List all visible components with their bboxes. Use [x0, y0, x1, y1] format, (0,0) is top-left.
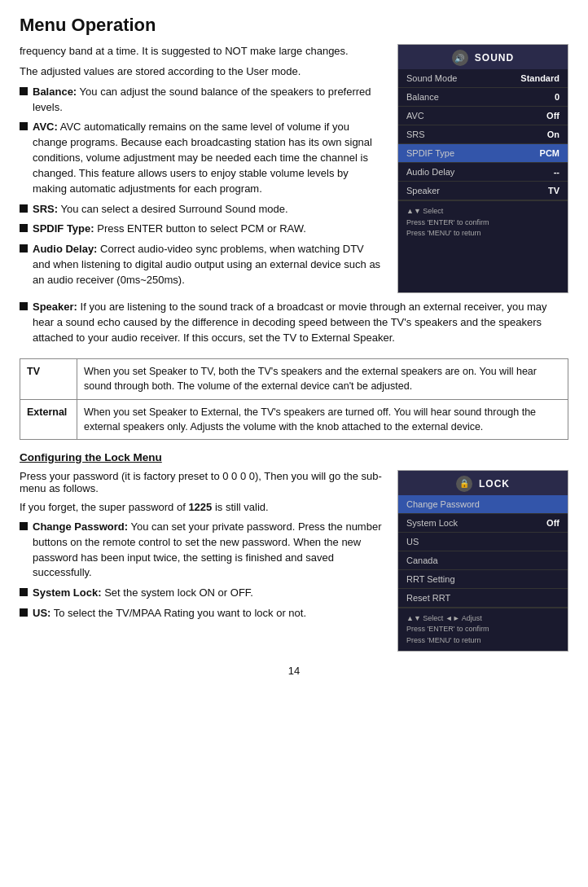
sound-menu-header: 🔊 SOUND [398, 45, 568, 69]
lock-row-2-label: US [406, 537, 419, 547]
bullet-srs: SRS: You can select a desired Surround S… [20, 202, 384, 217]
intro-p1: frequency band at a time. It is suggeste… [20, 44, 384, 59]
sound-row-1-label: Balance [406, 92, 439, 102]
sound-row-4[interactable]: SPDIF Type PCM [398, 144, 568, 163]
sound-menu-footer: ▲▼ Select Press 'ENTER' to confirm Press… [398, 200, 568, 244]
bullet-square-change-password [20, 522, 28, 530]
bullet-square-avc [20, 122, 28, 130]
lock-row-2[interactable]: US [398, 533, 568, 551]
bullet-text-avc: AVC: AVC automatically remains on the sa… [33, 120, 384, 196]
lock-row-4[interactable]: RRT Setting [398, 570, 568, 589]
bullet-balance: Balance: You can adjust the sound balanc… [20, 85, 384, 116]
speaker-desc-tv: When you set Speaker to TV, both the TV'… [77, 359, 568, 399]
bullet-square-us [20, 608, 28, 617]
bullet-change-password: Change Password: You can set your privat… [20, 520, 384, 581]
bullet-text-audio-delay: Audio Delay: Correct audio-video sync pr… [33, 242, 384, 288]
bullet-square-spdif [20, 224, 28, 232]
bullet-system-lock: System Lock: Set the system lock ON or O… [20, 586, 384, 601]
bullet-label-avc: AVC: [33, 121, 58, 133]
lock-intro-p2: If you forget, the super password of 122… [20, 501, 384, 513]
intro-p2: The adjusted values are stored according… [20, 64, 384, 80]
lock-row-1-value: Off [546, 518, 559, 528]
sound-footer-line-0: ▲▼ Select [406, 206, 559, 217]
sound-menu-title: SOUND [475, 52, 514, 64]
lock-menu-header: 🔒 LOCK [398, 471, 568, 495]
sound-row-1-value: 0 [555, 92, 559, 102]
bullet-desc-avc: AVC automatically remains on the same le… [33, 121, 372, 194]
bullet-label-speaker: Speaker: [33, 301, 77, 313]
bullet-speaker: Speaker: If you are listening to the sou… [20, 300, 568, 346]
bullet-text-system-lock: System Lock: Set the system lock ON or O… [33, 586, 384, 601]
bullet-square-system-lock [20, 588, 28, 596]
bullet-text-speaker: Speaker: If you are listening to the sou… [33, 300, 568, 346]
lock-icon: 🔒 [456, 476, 472, 492]
bullet-square-audio-delay [20, 244, 28, 252]
lock-row-0-label: Change Password [406, 499, 480, 509]
lock-menu-title: LOCK [479, 478, 510, 490]
sound-row-5[interactable]: Audio Delay -- [398, 163, 568, 182]
speaker-desc-external: When you set Speaker to External, the TV… [77, 399, 568, 439]
lock-row-0[interactable]: Change Password [398, 495, 568, 514]
page-title: Menu Operation [20, 15, 568, 36]
bullet-label-srs: SRS: [33, 203, 58, 215]
lock-intro-p1: Press your password (it is factory prese… [20, 470, 384, 494]
sound-row-2-value: Off [546, 111, 559, 121]
lock-menu-box: 🔒 LOCK Change Password System Lock Off U… [397, 470, 568, 652]
sound-row-5-value: -- [554, 167, 559, 177]
lock-footer-line-0: ▲▼ Select ◄► Adjust [406, 613, 559, 625]
sound-footer-line-2: Press 'MENU' to return [406, 228, 559, 239]
lock-row-5[interactable]: Reset RRT [398, 589, 568, 608]
bottom-text-block: Press your password (it is factory prese… [20, 470, 384, 652]
configuring-lock-header: Configuring the Lock Menu [20, 451, 568, 463]
bullet-square-balance [20, 87, 28, 95]
bullet-spdif: SPDIF Type: Press ENTER button to select… [20, 222, 384, 237]
lock-row-1[interactable]: System Lock Off [398, 514, 568, 533]
sound-menu-box: 🔊 SOUND Sound Mode Standard Balance 0 AV… [397, 44, 568, 293]
speaker-mode-tv: TV [20, 359, 77, 399]
sound-row-1[interactable]: Balance 0 [398, 88, 568, 107]
speaker-table: TV When you set Speaker to TV, both the … [20, 358, 568, 440]
content-area: frequency band at a time. It is suggeste… [20, 44, 568, 652]
bullet-text-spdif: SPDIF Type: Press ENTER button to select… [33, 222, 384, 237]
bullet-desc-speaker: If you are listening to the sound track … [33, 301, 547, 344]
sound-row-3[interactable]: SRS On [398, 125, 568, 144]
bullet-text-us: US: To select the TV/MPAA Rating you wan… [33, 606, 384, 621]
bullet-text-balance: Balance: You can adjust the sound balanc… [33, 85, 384, 116]
lock-row-5-label: Reset RRT [406, 593, 450, 603]
sound-row-3-value: On [547, 130, 559, 139]
bullet-avc: AVC: AVC automatically remains on the sa… [20, 120, 384, 196]
sound-row-4-label: SPDIF Type [406, 148, 454, 158]
sound-row-2[interactable]: AVC Off [398, 107, 568, 125]
bullet-label-spdif: SPDIF Type: [33, 222, 94, 235]
lock-footer-line-1: Press 'ENTER' to confirm [406, 624, 559, 635]
speaker-table-row-external: External When you set Speaker to Externa… [20, 399, 568, 439]
lock-row-3-label: Canada [406, 555, 438, 565]
page-number: 14 [20, 665, 568, 677]
bullet-label-system-lock: System Lock: [33, 586, 102, 599]
speaker-mode-external: External [20, 399, 77, 439]
sound-row-2-label: AVC [406, 111, 424, 121]
sound-row-5-label: Audio Delay [406, 167, 454, 177]
bullet-desc-us: To select the TV/MPAA Rating you want to… [54, 607, 306, 619]
bullet-desc-balance: You can adjust the sound balance of the … [33, 86, 371, 113]
lock-footer-line-2: Press 'MENU' to return [406, 635, 559, 647]
bullet-desc-spdif: Press ENTER button to select PCM or RAW. [97, 222, 306, 235]
bullet-label-change-password: Change Password: [33, 520, 128, 533]
top-section: frequency band at a time. It is suggeste… [20, 44, 568, 293]
sound-row-3-label: SRS [406, 130, 425, 139]
lock-row-3[interactable]: Canada [398, 551, 568, 570]
sound-row-0-value: Standard [520, 73, 559, 83]
bullet-desc-srs: You can select a desired Surround Sound … [60, 203, 287, 215]
bullet-us: US: To select the TV/MPAA Rating you wan… [20, 606, 384, 621]
sound-row-6-label: Speaker [406, 186, 440, 195]
sound-icon: 🔊 [452, 50, 468, 66]
bullet-desc-system-lock: Set the system lock ON or OFF. [104, 586, 253, 599]
speaker-table-row-tv: TV When you set Speaker to TV, both the … [20, 359, 568, 399]
bullet-text-srs: SRS: You can select a desired Surround S… [33, 202, 384, 217]
bullet-text-change-password: Change Password: You can set your privat… [33, 520, 384, 581]
sound-row-6[interactable]: Speaker TV [398, 182, 568, 200]
bullet-audio-delay: Audio Delay: Correct audio-video sync pr… [20, 242, 384, 288]
super-password: 1225 [188, 501, 212, 513]
bullet-square-speaker [20, 302, 28, 310]
sound-row-0[interactable]: Sound Mode Standard [398, 69, 568, 88]
